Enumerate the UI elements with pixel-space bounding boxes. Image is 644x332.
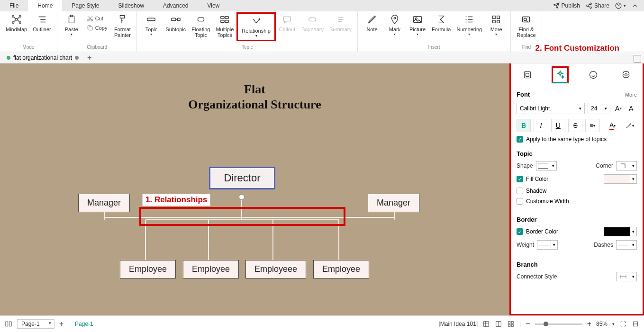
view-mode-1[interactable] [482, 320, 490, 328]
branch-heading: Branch [517, 261, 538, 268]
fullscreen-button[interactable] [619, 320, 627, 328]
zoom-slider[interactable] [535, 323, 582, 325]
node-director[interactable]: Director [209, 167, 275, 189]
strike-button[interactable]: S [568, 119, 582, 132]
font-more-link[interactable]: More [625, 92, 637, 98]
svg-rect-50 [511, 322, 513, 323]
panel-tab-page[interactable] [519, 66, 536, 83]
fill-color-checkbox[interactable]: ✓Fill Color [517, 176, 548, 182]
node-manager-1[interactable]: Manager [78, 194, 130, 212]
svg-rect-49 [508, 322, 510, 323]
align-button[interactable]: ≡▾ [585, 119, 599, 132]
font-grow-button[interactable]: A+ [613, 102, 624, 115]
border-color-checkbox[interactable]: ✓Border Color [517, 228, 558, 235]
connector-select[interactable]: ▾ [616, 272, 637, 281]
publish-label: Publish [562, 2, 580, 9]
topic-button[interactable]: Topic ▾ [140, 12, 163, 38]
publish-button[interactable]: Publish [553, 2, 580, 9]
picture-button[interactable]: Picture ▾ [406, 12, 429, 38]
panel-tab-style[interactable] [552, 66, 569, 83]
formula-button[interactable]: Formula [429, 12, 454, 34]
floating-topic-button[interactable]: Floating Topic [189, 12, 213, 40]
collapse-toggle[interactable] [239, 194, 245, 200]
document-tab[interactable]: flat organizational chart [3, 54, 82, 61]
italic-button[interactable]: I [534, 119, 548, 132]
boundary-button[interactable]: Boundary [299, 12, 327, 34]
corner-label: Corner [596, 162, 613, 169]
pages-icon[interactable] [5, 320, 12, 328]
menu-home[interactable]: Home [28, 0, 62, 11]
copy-button[interactable]: Copy [85, 24, 109, 32]
subtopic-button[interactable]: Subtopic [163, 12, 189, 34]
node-employee-1[interactable]: Employee [120, 260, 176, 278]
font-color-button[interactable]: A▾ [606, 119, 620, 132]
paste-button[interactable]: Paste ▾ [60, 12, 83, 38]
panel-tab-settings[interactable] [617, 66, 635, 83]
corner-select[interactable]: ▾ [616, 161, 637, 170]
border-color-picker[interactable]: ▾ [604, 227, 637, 236]
mindmap-button[interactable]: MindMap [3, 12, 30, 34]
menu-slideshow[interactable]: Slideshow [109, 0, 154, 11]
fit-button[interactable] [632, 320, 639, 328]
page-icon [523, 70, 532, 80]
mode-group-label: Mode [3, 45, 54, 51]
node-employee-3[interactable]: Employeee [245, 260, 306, 278]
fill-color-picker[interactable]: ▾ [604, 174, 637, 184]
collapse-ribbon-button[interactable] [632, 2, 638, 9]
format-painter-label: Format Painter [114, 27, 131, 38]
copy-label: Copy [95, 25, 108, 31]
font-family-select[interactable]: Calibri Light▾ [517, 103, 585, 114]
help-button[interactable]: ▾ [615, 2, 626, 9]
more-button[interactable]: More ▾ [485, 12, 508, 38]
dashes-select[interactable]: ▾ [616, 240, 637, 250]
find-replace-label: Find & Replace [517, 27, 535, 38]
zoom-in-button[interactable]: + [587, 320, 591, 328]
svg-rect-21 [225, 20, 228, 23]
outliner-button[interactable]: Outliner [30, 12, 54, 34]
canvas[interactable]: Flat Organizational Structure Director M… [0, 63, 509, 315]
svg-rect-27 [497, 16, 500, 19]
summary-button[interactable]: Summary [327, 12, 354, 34]
mark-button[interactable]: Mark ▾ [383, 12, 406, 38]
format-painter-button[interactable]: Format Painter [111, 12, 134, 40]
font-size-value: 24 [591, 105, 597, 112]
page-selector[interactable]: Page-1▾ [17, 319, 54, 329]
menu-page-style[interactable]: Page Style [62, 0, 109, 11]
zoom-out-button[interactable]: − [526, 320, 530, 328]
svg-rect-45 [6, 322, 8, 326]
apply-same-checkbox[interactable]: ✓ Apply to the same type of topics [517, 136, 637, 143]
font-size-select[interactable]: 24▾ [588, 103, 610, 114]
note-button[interactable]: Note [361, 12, 383, 34]
menu-file[interactable]: File [0, 0, 28, 11]
new-document-button[interactable]: + [82, 54, 96, 62]
svg-rect-52 [511, 324, 513, 326]
clipboard-group-label: Clipboard [60, 45, 134, 51]
menu-advanced[interactable]: Advanced [154, 0, 198, 11]
current-page-label[interactable]: Page-1 [68, 321, 100, 327]
view-mode-3[interactable] [507, 320, 515, 328]
add-page-button[interactable]: + [59, 320, 63, 328]
highlight-button[interactable]: ▾ [623, 119, 637, 132]
shape-select[interactable]: ▾ [536, 161, 557, 170]
customize-width-checkbox[interactable]: Customize Width [517, 198, 569, 205]
share-button[interactable]: Share [586, 2, 609, 9]
relationship-button[interactable]: Relationship ▾ [236, 12, 276, 41]
weight-select[interactable]: ▾ [537, 240, 558, 250]
svg-rect-51 [508, 324, 510, 326]
shadow-checkbox[interactable]: Shadow [517, 188, 546, 194]
node-employee-2[interactable]: Employee [183, 260, 239, 278]
underline-button[interactable]: U [551, 119, 565, 132]
font-shrink-button[interactable]: A- [626, 102, 637, 115]
panel-collapse-button[interactable] [634, 55, 641, 63]
numbering-button[interactable]: Numbering ▾ [454, 12, 485, 38]
node-manager-2[interactable]: Manager [368, 194, 419, 212]
find-replace-button[interactable]: Find & Replace [514, 12, 538, 40]
menu-view[interactable]: View [198, 0, 229, 11]
multiple-topics-button[interactable]: Multiple Topics [213, 12, 236, 40]
view-mode-2[interactable] [495, 320, 502, 328]
callout-button[interactable]: Callout [276, 12, 299, 34]
cut-button[interactable]: Cut [85, 14, 109, 23]
node-employee-4[interactable]: Employee [313, 260, 369, 278]
panel-tab-mark[interactable] [585, 66, 602, 83]
bold-button[interactable]: B [517, 119, 531, 132]
